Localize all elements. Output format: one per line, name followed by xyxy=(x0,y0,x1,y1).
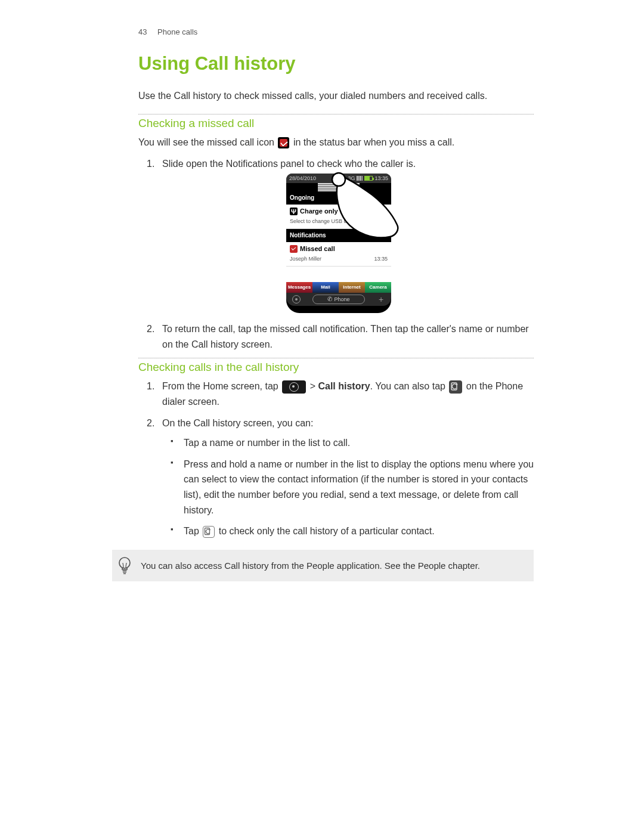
nav-left-icon xyxy=(292,295,301,304)
missed-call-steps: 1. Slide open the Notifications panel to… xyxy=(138,156,534,352)
tip-box: You can also access Call history from th… xyxy=(112,550,534,581)
sub-bullets: Tap a name or number in the list to call… xyxy=(162,435,534,539)
finger-gesture-icon xyxy=(329,170,401,243)
step-text: To return the call, tap the missed call … xyxy=(162,324,529,349)
lightbulb-icon xyxy=(117,556,132,574)
usb-icon xyxy=(290,208,298,215)
call-history-icon xyxy=(449,380,462,394)
phone-illustration: 28/04/2010 3G 13:35 Ongoing Charge only … xyxy=(286,174,410,313)
caller-name: Joseph Miller xyxy=(290,255,321,263)
page-number: 43 xyxy=(138,27,147,36)
apps-button-icon xyxy=(282,380,306,394)
missed-title: Missed call xyxy=(300,244,335,255)
step-number: 2. xyxy=(147,321,154,337)
step-text: On the Call history screen, you can: xyxy=(162,418,313,428)
text-fragment: > xyxy=(310,381,315,391)
missed-call-small-icon xyxy=(290,245,298,253)
tab-camera: Camera xyxy=(365,282,391,293)
launcher-tabs: Messages Mail Internet Camera xyxy=(286,282,391,293)
text-fragment: From the Home screen, tap xyxy=(162,381,278,391)
bullet-3: Tap to check only the call history of a … xyxy=(184,524,534,539)
svg-point-3 xyxy=(119,558,130,568)
tab-messages: Messages xyxy=(286,282,312,293)
bold-label: Call history xyxy=(318,381,370,391)
bullet-1: Tap a name or number in the list to call… xyxy=(184,435,534,451)
step-2: 2. On the Call history screen, you can: … xyxy=(162,416,534,539)
tab-internet: Internet xyxy=(339,282,365,293)
chapter-name: Phone calls xyxy=(157,27,197,36)
step-number: 1. xyxy=(147,156,154,172)
separator xyxy=(138,358,534,358)
section-heading-missed-call: Checking a missed call xyxy=(138,117,534,130)
tab-mail: Mail xyxy=(312,282,339,293)
missed-call-lead: You will see the missed call icon in the… xyxy=(138,135,534,150)
step-number: 1. xyxy=(147,379,154,394)
nav-plus-icon: + xyxy=(377,295,385,304)
text-fragment: . You can also tap xyxy=(370,381,445,391)
tip-text: You can also access Call history from th… xyxy=(141,561,480,571)
step-1: 1. Slide open the Notifications panel to… xyxy=(162,156,534,314)
miss-time: 13:35 xyxy=(374,255,388,263)
missed-call-notification: Missed call Joseph Miller 13:35 xyxy=(286,242,391,267)
text-fragment: You will see the missed call icon xyxy=(138,137,274,147)
page-content: 43 Phone calls Using Call history Use th… xyxy=(0,0,644,581)
step-2: 2. To return the call, tap the missed ca… xyxy=(162,321,534,352)
step-number: 2. xyxy=(147,416,154,431)
bullet-2: Press and hold a name or number in the l… xyxy=(184,457,534,518)
nav-phone-button: ✆Phone xyxy=(312,295,365,304)
page-title: Using Call history xyxy=(138,53,534,75)
nav-bar: ✆Phone + xyxy=(286,293,391,306)
text-fragment: Tap xyxy=(184,526,199,536)
text-fragment: to check only the call history of a part… xyxy=(219,526,435,536)
separator xyxy=(138,114,534,114)
handset-icon: ✆ xyxy=(327,295,332,304)
text-fragment: in the status bar when you miss a call. xyxy=(293,137,454,147)
svg-point-0 xyxy=(332,173,345,186)
section-heading-call-history: Checking calls in the call history xyxy=(138,361,534,374)
empty-area xyxy=(286,267,391,282)
running-header: 43 Phone calls xyxy=(138,27,534,36)
missed-call-icon xyxy=(278,137,289,148)
call-history-steps: 1. From the Home screen, tap > Call hist… xyxy=(138,379,534,538)
phone-btn-label: Phone xyxy=(334,295,349,304)
intro-paragraph: Use the Call history to check missed cal… xyxy=(138,89,534,103)
contact-history-icon xyxy=(203,526,215,538)
step-text: Slide open the Notifications panel to ch… xyxy=(162,159,416,169)
step-1: 1. From the Home screen, tap > Call hist… xyxy=(162,379,534,409)
status-date: 28/04/2010 xyxy=(289,174,316,182)
